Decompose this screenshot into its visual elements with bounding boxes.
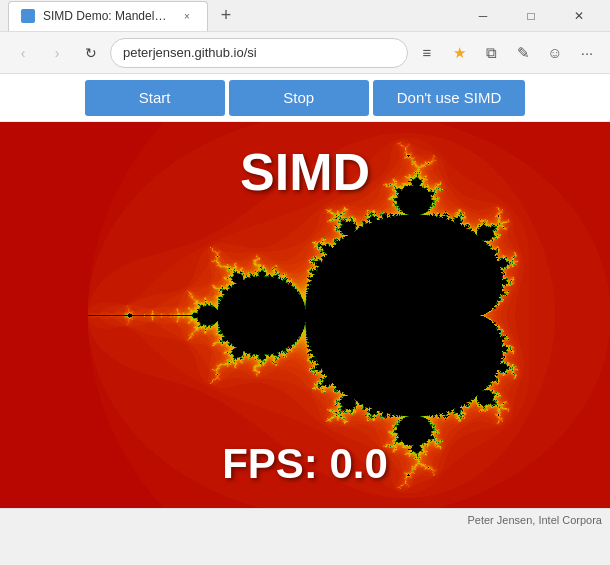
tab-close-button[interactable]: × — [179, 8, 195, 24]
window-controls: ─ □ ✕ — [460, 0, 602, 32]
nav-icons: ≡ ★ ⧉ ✎ ☺ ··· — [412, 38, 602, 68]
forward-button[interactable]: › — [42, 38, 72, 68]
no-simd-button[interactable]: Don't use SIMD — [373, 80, 526, 116]
close-button[interactable]: ✕ — [556, 0, 602, 32]
address-bar[interactable] — [110, 38, 408, 68]
minimize-button[interactable]: ─ — [460, 0, 506, 32]
refresh-button[interactable]: ↻ — [76, 38, 106, 68]
status-text: Peter Jensen, Intel Corpora — [467, 514, 602, 526]
back-button[interactable]: ‹ — [8, 38, 38, 68]
browser-tab[interactable]: SIMD Demo: Mandelbrot & × — [8, 1, 208, 31]
more-button[interactable]: ··· — [572, 38, 602, 68]
nav-bar: ‹ › ↻ ≡ ★ ⧉ ✎ ☺ ··· — [0, 32, 610, 74]
duplicate-tab-button[interactable]: ⧉ — [476, 38, 506, 68]
mandelbrot-canvas-area: SIMD FPS: 0.0 — [0, 122, 610, 508]
reader-view-button[interactable]: ≡ — [412, 38, 442, 68]
emoji-button[interactable]: ☺ — [540, 38, 570, 68]
tab-title: SIMD Demo: Mandelbrot & — [43, 9, 171, 23]
title-bar: SIMD Demo: Mandelbrot & × + ─ □ ✕ — [0, 0, 610, 32]
mandelbrot-canvas — [0, 122, 610, 508]
toolbar: Start Stop Don't use SIMD — [0, 74, 610, 122]
edit-button[interactable]: ✎ — [508, 38, 538, 68]
tab-favicon — [21, 9, 35, 23]
start-button[interactable]: Start — [85, 80, 225, 116]
status-bar: Peter Jensen, Intel Corpora — [0, 508, 610, 530]
bookmark-button[interactable]: ★ — [444, 38, 474, 68]
stop-button[interactable]: Stop — [229, 80, 369, 116]
maximize-button[interactable]: □ — [508, 0, 554, 32]
new-tab-button[interactable]: + — [212, 2, 240, 30]
